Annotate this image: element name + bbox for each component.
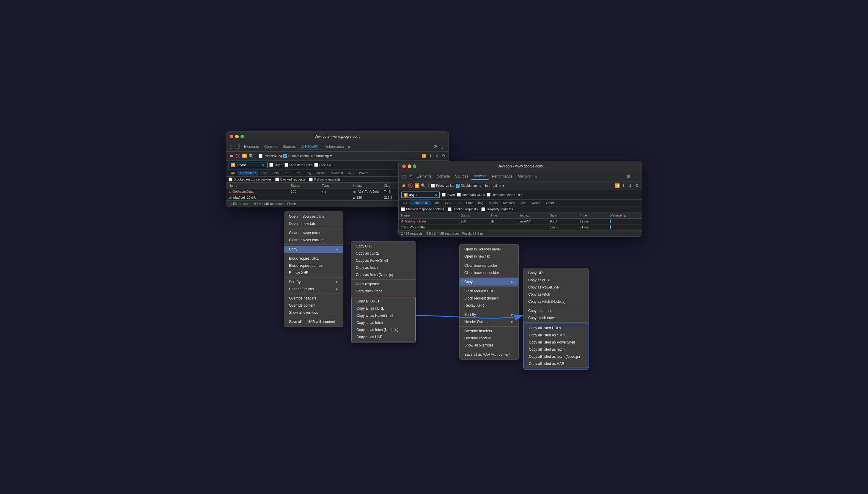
cursor-icon-2[interactable]: ⬚: [401, 173, 407, 179]
ctx-replay-xhr[interactable]: Replay XHR: [284, 269, 343, 276]
tab-performance[interactable]: Performance: [321, 144, 346, 150]
filter-toggle-2[interactable]: 🔽: [414, 183, 419, 188]
close-button-1[interactable]: [230, 135, 233, 138]
filter-manifest[interactable]: Manifest: [328, 171, 346, 175]
col-initiator[interactable]: Initiator: [353, 184, 384, 187]
preserve-log-label-2[interactable]: Preserve log: [431, 184, 454, 188]
copy2-powershell[interactable]: Copy as PowerShell: [524, 284, 588, 291]
record-button-2[interactable]: ⏺: [401, 183, 406, 188]
clear-button[interactable]: 🚫: [235, 153, 240, 158]
ctx2-sort-by[interactable]: Sort By ▶: [459, 311, 518, 318]
tab-network[interactable]: ⚠Network: [299, 143, 320, 150]
filter-js[interactable]: JS: [282, 171, 291, 175]
preserve-log-label[interactable]: Preserve log: [259, 154, 282, 158]
invert-label-2[interactable]: Invert: [442, 193, 455, 196]
col2-size[interactable]: Size: [550, 213, 580, 217]
ctx-override-content[interactable]: Override content: [284, 302, 343, 309]
blocked-requests-checkbox-2[interactable]: [448, 207, 452, 211]
copy-all-fetch[interactable]: Copy all as fetch: [351, 319, 416, 326]
network-settings-icon[interactable]: ⚙: [441, 153, 446, 158]
ctx2-open-sources[interactable]: Open in Sources panel: [459, 246, 518, 253]
tab2-console[interactable]: Console: [434, 173, 452, 179]
blocked-cookies-checkbox-2[interactable]: [401, 207, 405, 211]
invert-checkbox-2[interactable]: [442, 193, 446, 196]
tab-elements[interactable]: Elements: [242, 144, 261, 150]
copy-all-har[interactable]: Copy all as HAR: [351, 334, 416, 341]
copy2-all-listed-har[interactable]: Copy all listed as HAR: [524, 360, 588, 368]
third-party-label-2[interactable]: 3rd-party requests: [481, 207, 513, 211]
preserve-log-checkbox-2[interactable]: [431, 184, 435, 188]
hide-data-urls-label[interactable]: Hide data URLs: [284, 163, 313, 167]
filter2-other[interactable]: Other: [544, 201, 556, 205]
filter2-css[interactable]: CSS: [442, 201, 454, 205]
maximize-button-2[interactable]: [413, 165, 416, 168]
filter-css[interactable]: CSS: [270, 171, 282, 175]
more-options-icon-2[interactable]: ⋮: [632, 173, 639, 180]
ctx-save-har[interactable]: Save all as HAR with content: [284, 318, 343, 325]
tab2-performance[interactable]: Performance: [490, 173, 515, 179]
third-party-checkbox-2[interactable]: [481, 207, 485, 211]
filter2-manifest[interactable]: Manifest: [500, 201, 518, 205]
col-name[interactable]: Name: [229, 184, 291, 187]
copy-fetch[interactable]: Copy as fetch: [351, 264, 416, 271]
tab2-elements[interactable]: Elements: [414, 173, 434, 179]
ctx-copy[interactable]: Copy ▶: [284, 246, 343, 253]
copy2-fetch[interactable]: Copy as fetch: [524, 291, 588, 298]
ctx2-header-options[interactable]: Header Options ▶: [459, 318, 518, 325]
copy-url[interactable]: Copy URL: [351, 243, 416, 250]
record-button[interactable]: ⏺: [229, 153, 234, 158]
mobile-icon[interactable]: 📱: [235, 144, 241, 150]
copy-all-curl[interactable]: Copy all as cURL: [351, 305, 416, 312]
third-party-checkbox[interactable]: [309, 177, 313, 182]
more-tabs-icon[interactable]: »: [347, 144, 352, 149]
filter2-wasm[interactable]: Wasm: [529, 201, 543, 205]
filter2-all[interactable]: All: [401, 201, 409, 205]
filter-media[interactable]: Media: [314, 171, 328, 175]
table-row[interactable]: □ hpba?vet=10a... 192 B 51 ms ▌: [399, 225, 642, 230]
invert-label[interactable]: Invert: [269, 163, 283, 167]
col2-time[interactable]: Time: [580, 213, 610, 217]
ctx-header-options[interactable]: Header Options ▶: [284, 286, 343, 293]
hide-data-urls-checkbox-2[interactable]: [457, 193, 461, 196]
ctx-show-overrides[interactable]: Show all overrides: [284, 309, 343, 316]
minimize-button-2[interactable]: [408, 165, 411, 168]
ctx-block-url[interactable]: Block request URL: [284, 255, 343, 262]
invert-checkbox[interactable]: [269, 163, 273, 167]
hide-data-urls-label-2[interactable]: Hide data URLs: [457, 193, 485, 196]
ctx2-save-har[interactable]: Save all as HAR with content: [459, 351, 518, 358]
col-type[interactable]: Type: [322, 184, 353, 187]
filter-img[interactable]: Img: [303, 171, 313, 175]
hide-ext-urls-label[interactable]: Hide extension URLs: [487, 193, 522, 196]
search-button[interactable]: 🔍: [248, 153, 254, 158]
tab-sources[interactable]: Sources: [280, 144, 298, 150]
tab-console[interactable]: Console: [262, 144, 280, 150]
settings-icon-2[interactable]: ⚙: [625, 173, 632, 180]
filter2-ws[interactable]: WS: [518, 201, 529, 205]
hide-ext-urls-checkbox[interactable]: [487, 193, 491, 196]
col2-name[interactable]: Name: [401, 213, 461, 217]
copy2-curl[interactable]: Copy as cURL: [524, 277, 588, 284]
copy-response[interactable]: Copy response: [351, 281, 416, 288]
filter2-font[interactable]: Font: [464, 201, 475, 205]
throttle-dropdown[interactable]: No throttling ▼: [310, 153, 334, 158]
ctx2-clear-cache[interactable]: Clear browser cache: [459, 262, 518, 269]
filter-toggle[interactable]: 🔽: [242, 153, 247, 158]
filter2-media[interactable]: Media: [486, 201, 500, 205]
col2-type[interactable]: Type: [491, 213, 520, 217]
more-options-icon[interactable]: ⋮: [439, 144, 446, 150]
filter-fetch-xhr[interactable]: Fetch/XHR: [237, 171, 258, 175]
col2-status[interactable]: Status: [461, 213, 491, 217]
ctx-clear-cookies[interactable]: Clear browser cookies: [284, 236, 343, 244]
cursor-icon[interactable]: ⬚: [229, 144, 235, 150]
hide-ext-checkbox[interactable]: [314, 163, 318, 167]
filter2-js[interactable]: JS: [454, 201, 463, 205]
ctx2-clear-cookies[interactable]: Clear browser cookies: [459, 269, 518, 276]
ctx-override-headers[interactable]: Override headers: [284, 295, 343, 302]
blocked-requests-label-2[interactable]: Blocked requests: [448, 207, 478, 211]
maximize-button-1[interactable]: [240, 135, 244, 138]
filter-font[interactable]: Font: [291, 171, 302, 175]
clear-search-button[interactable]: ✕: [262, 163, 265, 167]
ctx2-replay-xhr[interactable]: Replay XHR: [459, 302, 518, 309]
ctx-open-tab[interactable]: Open in new tab: [284, 220, 343, 227]
hide-ext-label[interactable]: Hide ext...: [314, 163, 334, 167]
